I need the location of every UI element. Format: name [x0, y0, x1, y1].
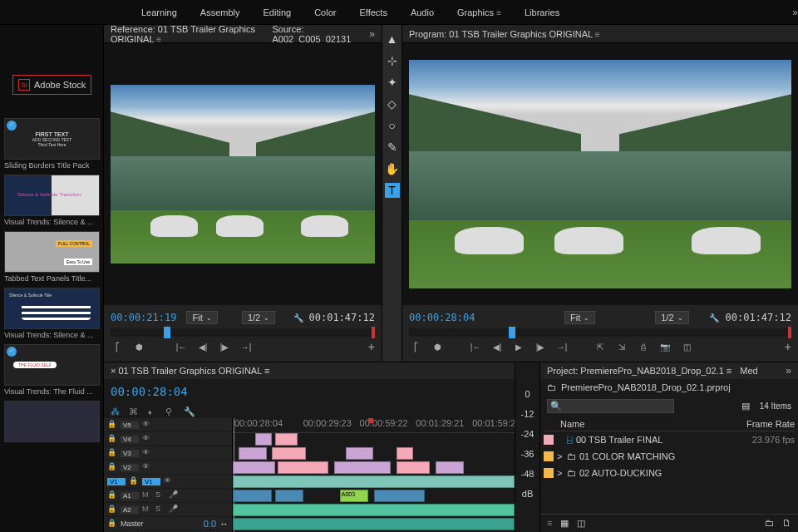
template-thumb[interactable]: FIRST TEXTADD SECOND TEXTThird Text Here…	[4, 118, 100, 160]
time-ruler[interactable]: 00:00:28:04 00:00:29:23 00:00:59:22 00:0…	[233, 418, 515, 433]
wrench-icon[interactable]: 🔧	[293, 311, 304, 324]
type-tool-icon[interactable]: T	[385, 183, 400, 198]
lock-icon[interactable]: 🔒	[107, 420, 117, 430]
project-item[interactable]: >🗀02 AUTO-DUCKING	[544, 465, 795, 481]
timeline-tracks[interactable]: 00:00:28:04 00:00:29:23 00:00:59:22 00:0…	[233, 418, 515, 532]
extract-icon[interactable]: ⇲	[615, 340, 628, 353]
clip[interactable]	[334, 461, 391, 474]
clip[interactable]	[397, 447, 413, 460]
clip[interactable]	[233, 504, 515, 516]
go-out-icon[interactable]: →|	[239, 340, 253, 353]
expand-icon[interactable]: ↔	[219, 519, 229, 529]
timeline-playhead-tc[interactable]: 00:00:28:04	[111, 385, 188, 398]
program-timecode-in[interactable]: 00:00:28:04	[409, 312, 475, 323]
step-fwd-icon[interactable]: |▶	[534, 340, 547, 353]
go-out-icon[interactable]: →|	[555, 340, 569, 353]
template-thumb[interactable]: FULL CONTROLEasy To Use	[4, 231, 100, 273]
snap-icon[interactable]: ⁂	[111, 406, 122, 418]
clip[interactable]	[275, 433, 298, 446]
track-toggle[interactable]: V5	[121, 421, 139, 429]
mark-icon[interactable]: ⬢	[431, 340, 444, 353]
adobe-stock-button[interactable]: St Adobe Stock	[12, 75, 91, 95]
clip[interactable]	[346, 447, 374, 460]
clip[interactable]: A003	[340, 490, 368, 502]
clip[interactable]	[397, 461, 431, 474]
eye-icon[interactable]: 👁	[142, 434, 152, 444]
tab-libraries[interactable]: Libraries	[525, 7, 559, 17]
mic-icon[interactable]: 🎤	[169, 490, 179, 500]
lock-icon[interactable]: 🔒	[107, 462, 117, 472]
tab-assembly[interactable]: Assembly	[200, 7, 240, 17]
clip[interactable]	[233, 490, 272, 502]
media-tab[interactable]: Med	[740, 366, 757, 376]
lift-icon[interactable]: ⇱	[594, 340, 607, 353]
wrench-icon[interactable]: 🔧	[707, 311, 721, 324]
source-tab[interactable]: Source: A002_C005_02131	[272, 24, 357, 44]
mark-icon[interactable]: ⬢	[132, 340, 145, 353]
reference-preview[interactable]	[104, 43, 382, 305]
clip[interactable]	[272, 447, 306, 460]
clip[interactable]	[255, 433, 272, 446]
compare-icon[interactable]: ◫	[680, 340, 693, 353]
step-back-icon[interactable]: ◀|	[490, 340, 504, 353]
clip[interactable]	[239, 447, 267, 460]
overflow-icon[interactable]: »	[792, 7, 798, 18]
anchor-tool-icon[interactable]: ✦	[385, 75, 400, 90]
wrench-icon[interactable]: 🔧	[184, 406, 195, 418]
marker-icon[interactable]: ⬧	[147, 406, 159, 418]
reference-timecode-in[interactable]: 00:00:21:19	[111, 312, 176, 323]
step-back-icon[interactable]: ◀|	[196, 340, 209, 353]
clip[interactable]	[275, 490, 303, 502]
pen-tool-icon[interactable]: ✎	[385, 140, 400, 155]
new-bin-icon[interactable]: 🗀	[765, 518, 774, 529]
clip[interactable]	[278, 461, 328, 474]
clip[interactable]	[233, 518, 515, 530]
clip[interactable]	[374, 490, 425, 502]
lock-icon[interactable]: 🔒	[107, 519, 117, 529]
eye-icon[interactable]: 👁	[142, 420, 152, 430]
track-toggle[interactable]: A2	[121, 506, 139, 514]
project-tab[interactable]: Project: PremierePro_NAB2018_Drop_02.1 ≡	[547, 366, 732, 376]
add-button-icon[interactable]: +	[785, 340, 791, 353]
track-toggle[interactable]: V3	[121, 450, 139, 457]
template-thumb[interactable]	[4, 401, 100, 442]
project-item[interactable]: ⌸00 TSB Trailer FINAL23.976 fps	[544, 431, 795, 448]
selection-tool-icon[interactable]: ▲	[385, 32, 400, 47]
track-toggle[interactable]: V4	[121, 436, 139, 443]
reference-fit-dropdown[interactable]: Fit ⌄	[186, 311, 217, 324]
add-button-icon[interactable]: +	[368, 340, 375, 353]
new-item-icon[interactable]: 🗋	[782, 518, 791, 529]
lock-icon[interactable]: 🔒	[129, 476, 139, 486]
go-in-icon[interactable]: |←	[175, 340, 188, 353]
program-res-dropdown[interactable]: 1/2 ⌄	[655, 311, 688, 324]
template-thumb[interactable]: THE FLUID SELF✓	[4, 344, 100, 386]
template-thumb[interactable]: Silence & Solitude Title	[4, 288, 100, 329]
program-fit-dropdown[interactable]: Fit ⌄	[564, 311, 595, 324]
chevron-right-icon[interactable]: >	[557, 451, 567, 461]
lock-icon[interactable]: 🔒	[107, 490, 117, 500]
sequence-tab[interactable]: × 01 TSB Trailer Graphics ORIGINAL ≡	[111, 366, 269, 376]
lock-icon[interactable]: 🔒	[107, 434, 117, 444]
tab-audio[interactable]: Audio	[411, 7, 434, 17]
hand-tool-icon[interactable]: ✋	[385, 161, 400, 176]
program-tab[interactable]: Program: 01 TSB Trailer Graphics ORIGINA…	[409, 29, 600, 39]
icon-view-icon[interactable]: ▦	[560, 518, 569, 529]
tab-editing[interactable]: Editing	[264, 7, 292, 17]
track-toggle[interactable]: V2	[121, 464, 139, 471]
reference-res-dropdown[interactable]: 1/2 ⌄	[242, 311, 275, 324]
filter-icon[interactable]: ▤	[741, 401, 750, 411]
track-toggle[interactable]: A1	[121, 492, 139, 500]
clip[interactable]	[233, 475, 515, 488]
settings-icon[interactable]: ⚲	[165, 406, 177, 418]
vertex-tool-icon[interactable]: ⊹	[385, 53, 400, 68]
mark-in-icon[interactable]: ⎡	[409, 340, 422, 353]
list-view-icon[interactable]: ≡	[547, 518, 552, 529]
ellipse-tool-icon[interactable]: ○	[385, 118, 400, 133]
tab-color[interactable]: Color	[314, 7, 336, 17]
rectangle-tool-icon[interactable]: ◇	[385, 96, 400, 111]
tab-effects[interactable]: Effects	[359, 7, 387, 17]
clip[interactable]	[436, 461, 464, 474]
eye-icon[interactable]: 👁	[142, 448, 152, 458]
track-toggle[interactable]: V1	[142, 478, 160, 485]
mic-icon[interactable]: 🎤	[169, 505, 179, 515]
